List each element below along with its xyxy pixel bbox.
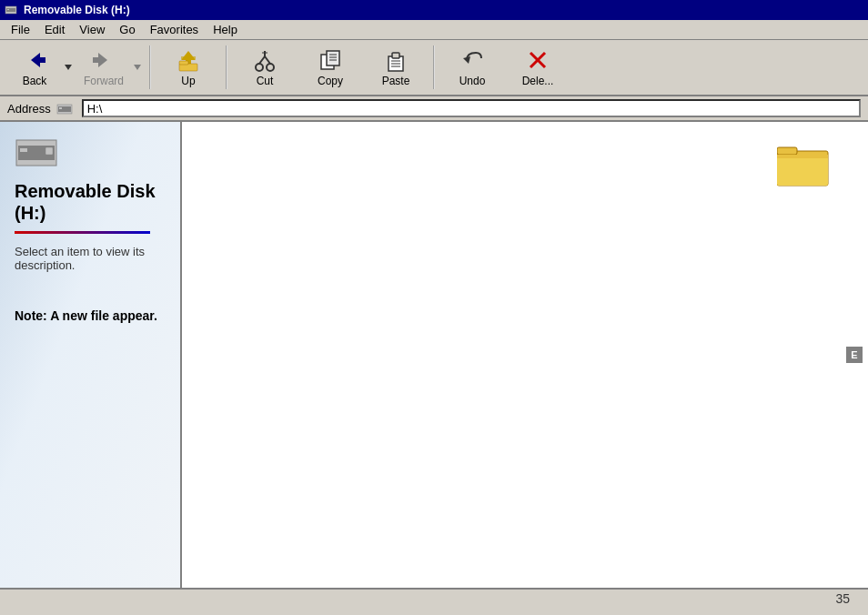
e-indicator: E bbox=[846, 347, 863, 363]
page-number: 35 bbox=[835, 591, 850, 606]
cut-icon bbox=[250, 47, 279, 73]
paste-icon bbox=[381, 47, 410, 73]
toolbar-separator-2 bbox=[226, 45, 227, 89]
menu-edit[interactable]: Edit bbox=[37, 21, 72, 38]
svg-rect-38 bbox=[20, 148, 27, 152]
left-panel-divider bbox=[15, 231, 150, 234]
svg-rect-13 bbox=[179, 61, 188, 65]
svg-point-14 bbox=[256, 64, 263, 71]
back-button-group: Back bbox=[7, 43, 75, 92]
toolbar-separator-1 bbox=[149, 45, 151, 89]
main-content: Removable Disk (H:) Select an item to vi… bbox=[0, 122, 868, 588]
up-icon bbox=[174, 47, 203, 73]
back-dropdown-arrow[interactable] bbox=[62, 43, 75, 92]
svg-marker-30 bbox=[463, 56, 470, 64]
forward-button-group: Forward bbox=[76, 43, 144, 92]
toolbar: Back Forward bbox=[0, 40, 868, 96]
svg-rect-41 bbox=[777, 147, 797, 155]
copy-icon bbox=[316, 47, 345, 73]
menu-help[interactable]: Help bbox=[206, 21, 245, 38]
back-icon bbox=[20, 47, 49, 73]
svg-marker-3 bbox=[31, 53, 40, 67]
folder-icon[interactable] bbox=[777, 140, 832, 187]
svg-rect-43 bbox=[777, 155, 828, 158]
left-panel-note: Note: A new file appear. bbox=[15, 308, 166, 323]
address-label: Address bbox=[7, 102, 51, 116]
left-panel: Removable Disk (H:) Select an item to vi… bbox=[0, 122, 182, 588]
status-bar bbox=[0, 588, 868, 615]
menu-favorites[interactable]: Favorites bbox=[143, 21, 206, 38]
svg-rect-11 bbox=[181, 56, 196, 59]
toolbar-separator-3 bbox=[433, 45, 435, 89]
svg-marker-5 bbox=[65, 65, 72, 70]
drive-icon bbox=[15, 136, 58, 169]
menu-file[interactable]: File bbox=[4, 21, 37, 38]
right-panel: E bbox=[182, 122, 868, 588]
address-bar-icon bbox=[56, 102, 73, 115]
back-button[interactable]: Back bbox=[7, 43, 62, 92]
undo-icon bbox=[458, 47, 487, 73]
svg-rect-35 bbox=[59, 107, 62, 109]
left-panel-description: Select an item to view its description. bbox=[15, 245, 166, 272]
svg-rect-42 bbox=[777, 155, 828, 186]
menu-bar: File Edit View Go Favorites Help bbox=[0, 20, 868, 40]
svg-marker-6 bbox=[98, 53, 107, 67]
forward-button[interactable]: Forward bbox=[76, 43, 131, 92]
title-bar: Removable Disk (H:) bbox=[0, 0, 868, 20]
title-bar-text: Removable Disk (H:) bbox=[24, 4, 130, 16]
forward-icon bbox=[89, 47, 118, 73]
left-panel-title: Removable Disk (H:) bbox=[15, 180, 166, 224]
forward-dropdown-arrow[interactable] bbox=[131, 43, 144, 92]
copy-button[interactable]: Copy bbox=[298, 43, 362, 92]
menu-go[interactable]: Go bbox=[112, 21, 142, 38]
svg-rect-7 bbox=[93, 57, 98, 63]
address-input[interactable]: H:\ bbox=[82, 99, 861, 117]
svg-line-17 bbox=[265, 56, 270, 64]
undo-button[interactable]: Undo bbox=[440, 43, 504, 92]
delete-button[interactable]: Dele... bbox=[506, 43, 570, 92]
svg-rect-21 bbox=[327, 51, 339, 66]
svg-line-16 bbox=[259, 56, 265, 64]
svg-rect-26 bbox=[392, 53, 399, 58]
paste-button[interactable]: Paste bbox=[364, 43, 428, 92]
svg-rect-4 bbox=[40, 57, 45, 63]
svg-rect-2 bbox=[7, 9, 9, 10]
title-bar-icon bbox=[4, 3, 18, 17]
up-button[interactable]: Up bbox=[156, 43, 220, 92]
delete-icon bbox=[523, 47, 552, 73]
address-bar: Address H:\ bbox=[0, 96, 868, 122]
menu-view[interactable]: View bbox=[72, 21, 112, 38]
cut-button[interactable]: Cut bbox=[233, 43, 297, 92]
svg-rect-39 bbox=[45, 147, 53, 155]
svg-marker-8 bbox=[134, 65, 141, 70]
svg-point-15 bbox=[267, 64, 274, 71]
